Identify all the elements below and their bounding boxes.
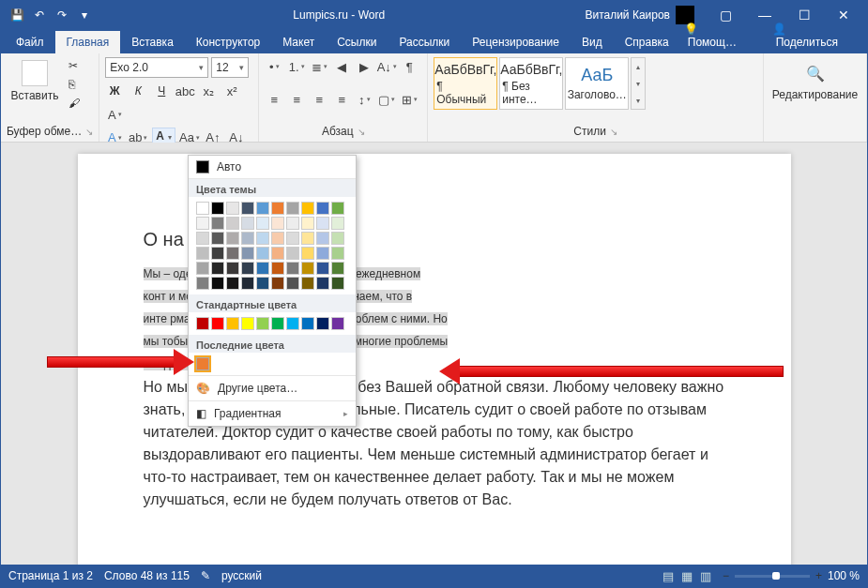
- color-swatch[interactable]: [256, 217, 269, 230]
- color-swatch[interactable]: [286, 317, 299, 330]
- cut-icon[interactable]: ✂: [69, 57, 87, 74]
- color-swatch[interactable]: [331, 232, 344, 245]
- style-heading1[interactable]: АаБЗаголово…: [565, 57, 629, 110]
- font-size-combo[interactable]: 12▾: [211, 57, 249, 78]
- bullets-icon[interactable]: •: [265, 57, 283, 76]
- tab-help[interactable]: Справка: [614, 31, 680, 53]
- color-swatch[interactable]: [271, 217, 284, 230]
- superscript-icon[interactable]: x²: [222, 82, 241, 100]
- color-swatch[interactable]: [241, 317, 254, 330]
- color-swatch[interactable]: [196, 232, 209, 245]
- tab-design[interactable]: Конструктор: [185, 31, 271, 53]
- color-swatch[interactable]: [331, 317, 344, 330]
- color-swatch[interactable]: [226, 262, 239, 275]
- color-swatch[interactable]: [316, 217, 329, 230]
- color-swatch[interactable]: [316, 262, 329, 275]
- sort-icon[interactable]: A↓: [377, 57, 396, 76]
- color-swatch[interactable]: [331, 277, 344, 290]
- color-swatch[interactable]: [256, 317, 269, 330]
- color-swatch[interactable]: [256, 247, 269, 260]
- color-swatch[interactable]: [196, 277, 209, 290]
- tab-view[interactable]: Вид: [571, 31, 614, 53]
- style-no-spacing[interactable]: АаБбВвГг,¶ Без инте…: [499, 57, 563, 110]
- color-swatch[interactable]: [256, 202, 269, 215]
- style-normal[interactable]: АаБбВвГг,¶ Обычный: [434, 57, 497, 110]
- more-colors[interactable]: 🎨 Другие цвета…: [189, 375, 356, 400]
- page-indicator[interactable]: Страница 1 из 2: [8, 569, 93, 582]
- undo-icon[interactable]: ↶: [31, 7, 48, 23]
- align-center-icon[interactable]: ≡: [287, 90, 306, 109]
- align-right-icon[interactable]: ≡: [310, 90, 328, 109]
- color-swatch[interactable]: [286, 262, 299, 275]
- color-swatch[interactable]: [301, 217, 314, 230]
- color-swatch[interactable]: [301, 317, 314, 330]
- color-swatch[interactable]: [331, 217, 344, 230]
- find-icon[interactable]: 🔍: [806, 65, 825, 83]
- color-swatch[interactable]: [226, 217, 239, 230]
- color-swatch[interactable]: [226, 277, 239, 290]
- color-swatch[interactable]: [196, 317, 209, 330]
- color-swatch[interactable]: [241, 217, 254, 230]
- color-swatch[interactable]: [316, 317, 329, 330]
- recent-color-swatch[interactable]: [196, 357, 209, 370]
- strike-icon[interactable]: abc: [175, 82, 194, 100]
- color-swatch[interactable]: [226, 232, 239, 245]
- color-swatch[interactable]: [226, 247, 239, 260]
- color-swatch[interactable]: [241, 262, 254, 275]
- justify-icon[interactable]: ≡: [332, 90, 351, 109]
- styles-scroll[interactable]: ▴▾▾: [631, 57, 646, 110]
- zoom-out-icon[interactable]: −: [723, 569, 729, 582]
- color-swatch[interactable]: [316, 232, 329, 245]
- color-swatch[interactable]: [286, 247, 299, 260]
- color-swatch[interactable]: [241, 232, 254, 245]
- color-swatch[interactable]: [301, 247, 314, 260]
- font-name-combo[interactable]: Exo 2.0▾: [105, 57, 208, 78]
- increase-indent-icon[interactable]: ▶: [355, 57, 373, 76]
- copy-icon[interactable]: ⎘: [69, 76, 87, 93]
- color-swatch[interactable]: [241, 247, 254, 260]
- color-swatch[interactable]: [196, 217, 209, 230]
- color-swatch[interactable]: [271, 262, 284, 275]
- tab-mailings[interactable]: Рассылки: [388, 31, 461, 53]
- text-effects-icon[interactable]: A: [105, 105, 124, 124]
- color-swatch[interactable]: [271, 277, 284, 290]
- tab-home[interactable]: Главная: [55, 31, 121, 53]
- color-swatch[interactable]: [226, 317, 239, 330]
- italic-icon[interactable]: К: [129, 82, 147, 100]
- color-swatch[interactable]: [196, 262, 209, 275]
- share-button[interactable]: 👤 Поделиться: [769, 18, 858, 53]
- color-swatch[interactable]: [271, 247, 284, 260]
- paste-button[interactable]: Вставить: [7, 57, 63, 102]
- proofing-icon[interactable]: ✎: [201, 569, 210, 582]
- gradient-menu[interactable]: ◧ Градиентная ▸: [189, 400, 356, 426]
- zoom-level[interactable]: 100 %: [828, 569, 860, 582]
- color-swatch[interactable]: [301, 202, 314, 215]
- color-swatch[interactable]: [211, 217, 224, 230]
- color-swatch[interactable]: [226, 202, 239, 215]
- zoom-in-icon[interactable]: +: [815, 569, 822, 582]
- color-swatch[interactable]: [196, 202, 209, 215]
- styles-launcher-icon[interactable]: ↘: [610, 127, 617, 137]
- color-swatch[interactable]: [286, 277, 299, 290]
- color-swatch[interactable]: [271, 317, 284, 330]
- color-swatch[interactable]: [211, 247, 224, 260]
- tab-layout[interactable]: Макет: [271, 31, 326, 53]
- language-indicator[interactable]: русский: [221, 569, 262, 582]
- document-area[interactable]: О на Мы – одержимых идеей помогать Вам в…: [1, 143, 867, 565]
- bold-icon[interactable]: Ж: [105, 82, 124, 100]
- color-swatch[interactable]: [331, 247, 344, 260]
- view-read-icon[interactable]: ▤: [662, 569, 674, 583]
- color-swatch[interactable]: [286, 217, 299, 230]
- para-launcher-icon[interactable]: ↘: [358, 127, 365, 137]
- tell-me-button[interactable]: 💡 Помощ…: [680, 18, 757, 53]
- user-area[interactable]: Виталий Каиров: [585, 6, 694, 24]
- color-swatch[interactable]: [211, 317, 224, 330]
- color-swatch[interactable]: [271, 232, 284, 245]
- color-swatch[interactable]: [301, 232, 314, 245]
- color-swatch[interactable]: [196, 247, 209, 260]
- show-marks-icon[interactable]: ¶: [400, 57, 419, 76]
- align-left-icon[interactable]: ≡: [265, 90, 283, 109]
- color-swatch[interactable]: [331, 262, 344, 275]
- color-swatch[interactable]: [241, 202, 254, 215]
- tab-file[interactable]: Файл: [5, 31, 55, 53]
